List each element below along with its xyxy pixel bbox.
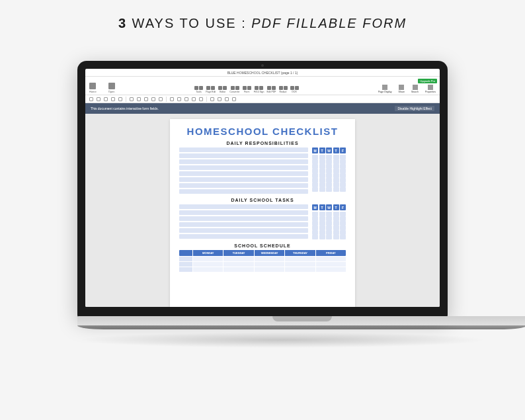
schedule-cell[interactable] [316, 267, 346, 272]
toolbar-group[interactable]: Redact [279, 86, 288, 93]
day-checkbox[interactable] [340, 159, 346, 164]
subtool-icon[interactable] [170, 97, 174, 101]
fillable-line[interactable] [179, 183, 308, 188]
day-checkbox[interactable] [326, 183, 332, 187]
day-checkbox[interactable] [312, 216, 318, 221]
day-checkbox[interactable] [312, 173, 318, 178]
day-checkbox[interactable] [340, 164, 346, 169]
subtool-icon[interactable] [199, 97, 203, 101]
day-checkbox[interactable] [326, 164, 332, 169]
day-checkbox[interactable] [333, 230, 339, 235]
day-checkbox[interactable] [340, 169, 346, 173]
disable-highlight-button[interactable]: Disable Highlight Effect [395, 106, 434, 111]
day-checkbox[interactable] [340, 221, 346, 226]
day-checkbox[interactable] [312, 178, 318, 183]
day-checkbox[interactable] [319, 173, 325, 178]
schedule-cell[interactable] [316, 262, 346, 267]
toolbar-right-item[interactable]: Page Display [378, 85, 392, 93]
day-checkbox[interactable] [326, 235, 332, 239]
day-checkbox[interactable] [333, 173, 339, 178]
schedule-cell[interactable] [285, 257, 315, 261]
subtool-icon[interactable] [130, 97, 134, 101]
day-checkbox[interactable] [326, 169, 332, 173]
day-checkbox[interactable] [340, 183, 346, 187]
day-checkbox[interactable] [319, 169, 325, 173]
schedule-cell[interactable] [223, 257, 253, 261]
day-checkbox[interactable] [312, 221, 318, 226]
toolbar-open[interactable]: Open [108, 83, 115, 93]
day-checkbox[interactable] [326, 173, 332, 178]
day-checkbox[interactable] [312, 226, 318, 230]
day-checkbox[interactable] [340, 212, 346, 216]
schedule-cell[interactable] [223, 267, 253, 272]
day-checkbox[interactable] [312, 235, 318, 239]
day-checkbox[interactable] [333, 226, 339, 230]
schedule-time-cell[interactable] [179, 262, 192, 267]
schedule-time-cell[interactable] [179, 257, 192, 261]
day-checkbox[interactable] [326, 216, 332, 221]
day-checkbox[interactable] [326, 187, 332, 192]
day-checkbox[interactable] [319, 216, 325, 221]
toolbar-home[interactable]: Home [89, 83, 97, 93]
toolbar-group[interactable]: Form [243, 86, 251, 93]
day-checkbox[interactable] [333, 221, 339, 226]
day-checkbox[interactable] [333, 178, 339, 183]
schedule-cell[interactable] [316, 257, 346, 261]
schedule-time-cell[interactable] [179, 267, 192, 272]
fillable-line[interactable] [179, 204, 308, 209]
day-checkbox[interactable] [312, 212, 318, 216]
day-checkbox[interactable] [326, 221, 332, 226]
day-checkbox[interactable] [326, 226, 332, 230]
day-checkbox[interactable] [333, 159, 339, 164]
day-checkbox[interactable] [333, 212, 339, 216]
day-checkbox[interactable] [333, 216, 339, 221]
subtool-icon[interactable] [137, 97, 141, 101]
day-checkbox[interactable] [312, 230, 318, 235]
fillable-line[interactable] [179, 234, 308, 239]
subtool-icon[interactable] [184, 97, 188, 101]
day-checkbox[interactable] [340, 178, 346, 183]
toolbar-group[interactable]: Editor [218, 86, 227, 93]
day-checkbox[interactable] [319, 178, 325, 183]
day-checkbox[interactable] [312, 159, 318, 164]
toolbar-group[interactable]: Fill & Sign [254, 86, 264, 93]
day-checkbox[interactable] [319, 221, 325, 226]
day-checkbox[interactable] [333, 169, 339, 173]
subtool-icon[interactable] [192, 97, 196, 101]
day-checkbox[interactable] [312, 169, 318, 173]
fillable-line[interactable] [179, 153, 308, 158]
toolbar-group[interactable]: Tools [194, 86, 203, 93]
subtool-icon[interactable] [232, 97, 236, 101]
day-checkbox[interactable] [340, 155, 346, 159]
toolbar-group[interactable]: Converter [229, 86, 239, 93]
day-checkbox[interactable] [319, 226, 325, 230]
day-checkbox[interactable] [312, 164, 318, 169]
fillable-line[interactable] [179, 165, 308, 170]
fillable-line[interactable] [179, 210, 308, 215]
toolbar-right-item[interactable]: Properties [425, 85, 436, 93]
day-checkbox[interactable] [312, 187, 318, 192]
day-checkbox[interactable] [340, 187, 346, 192]
subtool-icon[interactable] [151, 97, 155, 101]
day-checkbox[interactable] [319, 212, 325, 216]
toolbar-group[interactable]: OCR [290, 86, 299, 93]
subtool-icon[interactable] [177, 97, 181, 101]
schedule-cell[interactable] [193, 262, 223, 267]
subtool-icon[interactable] [159, 97, 163, 101]
day-checkbox[interactable] [333, 187, 339, 192]
day-checkbox[interactable] [326, 230, 332, 235]
fillable-line[interactable] [179, 222, 308, 227]
day-checkbox[interactable] [319, 235, 325, 239]
day-checkbox[interactable] [319, 159, 325, 164]
fillable-line[interactable] [179, 228, 308, 233]
schedule-cell[interactable] [193, 257, 223, 261]
schedule-cell[interactable] [223, 262, 253, 267]
day-checkbox[interactable] [340, 226, 346, 230]
schedule-cell[interactable] [255, 257, 284, 261]
day-checkbox[interactable] [319, 164, 325, 169]
schedule-cell[interactable] [255, 267, 284, 272]
schedule-cell[interactable] [285, 267, 315, 272]
day-checkbox[interactable] [340, 235, 346, 239]
subtool-icon[interactable] [118, 97, 122, 101]
day-checkbox[interactable] [319, 155, 325, 159]
